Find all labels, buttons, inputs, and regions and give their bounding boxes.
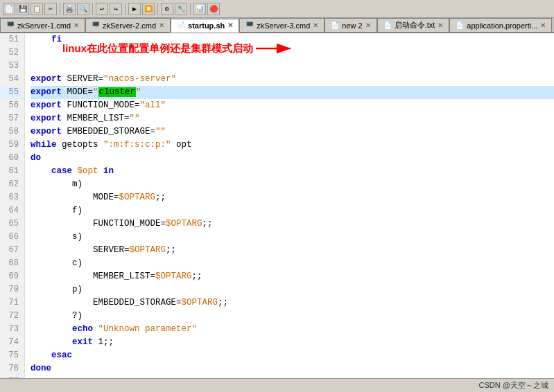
ln-62: 62 [0,178,21,191]
tab-new2[interactable]: 📄 new 2 ✕ [324,18,376,32]
ln-60: 60 [0,152,21,165]
tab-label-new2: new 2 [342,21,362,30]
toolbar-settings-icon[interactable]: ⚙️ [161,3,173,15]
ln-67: 67 [0,244,21,257]
tab-label-startup: startup.sh [188,21,225,30]
ln-52: 52 [0,46,21,60]
tab-close-zkserver2[interactable]: ✕ [159,22,164,29]
ln-59: 59 [0,139,21,152]
tab-icon-startup: 📄 [177,21,185,29]
ln-68: 68 [0,257,21,270]
code-line-57: export MEMBER_LIST="" [31,112,554,125]
ln-65: 65 [0,217,21,231]
tab-label-zkserver1: zkServer-1.cmd [17,21,71,30]
tab-close-startup[interactable]: ✕ [227,22,233,29]
code-line-64: f) [31,204,554,217]
toolbar-save-icon[interactable]: 💾 [17,3,29,15]
tab-label-zkserver2: zkServer-2.cmd [103,21,156,30]
code-line-55: export MODE="cluster" [31,86,554,99]
toolbar-stop-icon[interactable]: ⏹️ [142,3,155,15]
code-line-75: esac [31,349,554,362]
toolbar-extra2-icon[interactable]: 📊 [193,3,206,15]
statusbar: CSDN @天空～之城 [0,378,554,392]
code-line-62: m) [31,178,554,191]
ln-70: 70 [0,283,21,296]
toolbar-copy-icon[interactable]: 📋 [31,3,43,15]
toolbar-extra1-icon[interactable]: 🔧 [175,3,187,15]
ln-66: 66 [0,231,21,244]
toolbar-sep4 [157,3,158,15]
ln-77: 77 [0,375,21,378]
ln-76: 76 [0,362,21,375]
tab-icon-qidong: 📄 [383,21,392,29]
toolbar-redo-icon[interactable]: ↪️ [110,3,122,15]
code-line-71: EMBEDDED_STORAGE=$OPTARG;; [31,296,554,310]
ln-56: 56 [0,99,21,112]
tab-icon-zkserver3: 🖥️ [245,21,254,29]
ln-57: 57 [0,112,21,125]
ln-73: 73 [0,323,21,336]
code-line-52 [31,46,554,60]
code-line-63: MODE=$OPTARG;; [31,191,554,204]
toolbar: 📄 💾 📋 ✂️ 🖨️ 🔍 ↩️ ↪️ ▶️ ⏹️ ⚙️ 🔧 📊 🔴 [0,0,554,18]
statusbar-text: CSDN @天空～之城 [479,380,548,391]
code-line-66: s) [31,231,554,244]
code-line-70: p) [31,283,554,296]
code-line-56: export FUNCTION_MODE="all" [31,99,554,112]
tab-close-zkserver3[interactable]: ✕ [313,22,318,29]
toolbar-print-icon[interactable]: 🖨️ [63,3,76,15]
code-line-61: case $opt in [31,165,554,178]
code-line-67: SERVER=$OPTARG;; [31,244,554,257]
code-line-72: ?) [31,310,554,323]
toolbar-find-icon[interactable]: 🔍 [77,3,89,15]
editor-area: linux在此位置配置单例还是集群模式启动 51 52 53 54 55 56 … [0,33,554,378]
tab-icon-application: 📄 [456,21,464,29]
code-line-58: export EMBEDDED_STORAGE="" [31,125,554,139]
tab-qidong[interactable]: 📄 启动命令.txt ✕ [377,18,450,32]
toolbar-run-icon[interactable]: ▶️ [128,3,141,15]
code-line-53 [31,60,554,73]
tab-application[interactable]: 📄 application.properti... ✕ [449,18,552,32]
toolbar-new-icon[interactable]: 📄 [3,3,15,15]
code-area[interactable]: fi export SERVER="nacos-server" export M… [25,33,554,378]
ln-54: 54 [0,73,21,86]
code-line-51: fi [31,33,554,46]
tab-close-qidong[interactable]: ✕ [438,22,443,29]
code-line-74: exit 1;; [31,336,554,349]
code-line-76: done [31,362,554,375]
ln-64: 64 [0,204,21,217]
tab-close-new2[interactable]: ✕ [365,22,371,29]
tab-label-application: application.properti... [467,21,537,30]
ln-53: 53 [0,60,21,73]
tab-label-qidong: 启动命令.txt [395,20,435,30]
code-line-59: while getopts ":m:f:s:c:p:" opt [31,139,554,152]
code-line-77 [31,375,554,378]
ln-63: 63 [0,191,21,204]
tab-icon-zkserver2: 🖥️ [92,21,100,29]
editor-content: 51 52 53 54 55 56 57 58 59 60 61 62 63 6… [0,33,554,378]
tabs-bar: 🖥️ zkServer-1.cmd ✕ 🖥️ zkServer-2.cmd ✕ … [0,18,554,33]
tab-startup[interactable]: 📄 startup.sh ✕ [171,19,239,33]
code-line-73: echo "Unknown parameter" [31,323,554,336]
ln-61: 61 [0,165,21,178]
tab-close-application[interactable]: ✕ [540,22,546,29]
tab-zkserver2[interactable]: 🖥️ zkServer-2.cmd ✕ [85,18,171,32]
line-numbers: 51 52 53 54 55 56 57 58 59 60 61 62 63 6… [0,33,25,378]
toolbar-extra3-icon[interactable]: 🔴 [207,3,220,15]
toolbar-sep5 [190,3,191,15]
code-line-68: c) [31,257,554,270]
ln-74: 74 [0,336,21,349]
ln-69: 69 [0,270,21,283]
tab-close-zkserver1[interactable]: ✕ [73,22,79,29]
toolbar-sep1 [60,3,60,15]
toolbar-cut-icon[interactable]: ✂️ [44,3,57,15]
tab-icon-new2: 📄 [331,21,339,29]
tab-zkserver3[interactable]: 🖥️ zkServer-3.cmd ✕ [239,18,324,32]
toolbar-sep2 [92,3,93,15]
toolbar-undo-icon[interactable]: ↩️ [96,3,108,15]
tab-zkserver1[interactable]: 🖥️ zkServer-1.cmd ✕ [0,18,85,32]
code-line-65: FUNCTION_MODE=$OPTARG;; [31,217,554,231]
tab-label-zkserver3: zkServer-3.cmd [257,21,310,30]
ln-58: 58 [0,125,21,139]
ln-71: 71 [0,296,21,310]
